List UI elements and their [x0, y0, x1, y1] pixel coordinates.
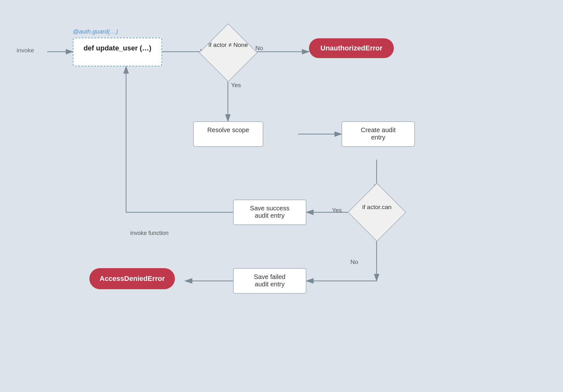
create-audit-node: Create audit entry — [342, 121, 415, 147]
unauthorized-error-node: UnauthorizedError — [309, 38, 394, 58]
decorator-label: @auth.guard(…) — [73, 28, 118, 35]
function-box: @auth.guard(…) def update_user (…) — [73, 38, 162, 66]
access-denied-node: AccessDeniedError — [89, 268, 175, 289]
diamond2-shape — [348, 183, 406, 242]
invoke-label: invoke — [17, 47, 34, 54]
save-success: Save success audit entry — [233, 200, 306, 225]
diagram-container: invoke @auth.guard(…) def update_user (…… — [0, 0, 563, 392]
diamond1-shape — [199, 23, 258, 82]
diamond2-wrapper: if actor.can — [356, 192, 398, 233]
save-failed-node: Save failed audit entry — [233, 268, 306, 294]
no-label-2: No — [350, 259, 358, 266]
yes-label-1: Yes — [231, 82, 241, 89]
save-success-node: Save success audit entry — [233, 200, 306, 225]
function-name: def update_user (…) — [84, 44, 152, 52]
no-label-1: No — [255, 45, 263, 52]
unauthorized-error: UnauthorizedError — [309, 38, 394, 58]
yes-label-2: Yes — [332, 207, 342, 214]
access-denied-error: AccessDeniedError — [89, 268, 175, 289]
invoke-function-label: invoke function — [130, 230, 169, 237]
create-audit: Create audit entry — [342, 121, 415, 147]
resolve-scope: Resolve scope — [193, 121, 263, 147]
function-node: @auth.guard(…) def update_user (…) — [73, 38, 162, 66]
diamond1-wrapper: if actor ≠ None — [207, 32, 249, 73]
save-failed: Save failed audit entry — [233, 268, 306, 294]
resolve-scope-node: Resolve scope — [193, 121, 263, 147]
